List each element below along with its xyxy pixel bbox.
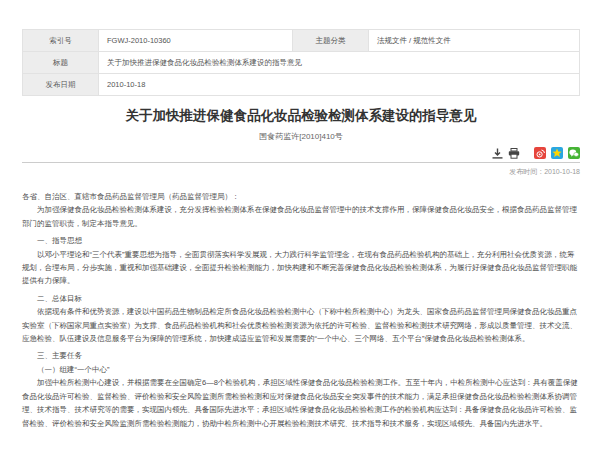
meta-value-title: 关于加快推进保健食品化妆品检验检测体系建设的指导意见 [99, 52, 580, 74]
meta-value-topic-category: 法规文件 / 规范性文件 [369, 30, 580, 52]
download-icon[interactable] [492, 148, 503, 159]
page-title: 关于加快推进保健食品化妆品检验检测体系建设的指导意见 [22, 107, 580, 124]
meta-value-publish-date: 2010-10-18 [99, 74, 580, 96]
article-paragraph: 依据现有条件和优势资源，建设以中国药品生物制品检定所食品化妆品检验检测中心（下称… [22, 305, 580, 345]
document-meta-table: 索引号 FGWJ-2010-10360 主题分类 法规文件 / 规范性文件 标题… [22, 29, 580, 96]
section-heading: 二、总体目标 [22, 292, 580, 305]
article-paragraph: 以邓小平理论和“三个代表”重要思想为指导，全面贯彻落实科学发展观，大力践行科学监… [22, 248, 580, 288]
article-paragraph: 加强中检所检测中心建设，并根据需要在全国确定6—8个检验机构，承担区域性保健食品… [22, 376, 580, 430]
meta-row-title: 标题 关于加快推进保健食品化妆品检验检测体系建设的指导意见 [23, 52, 580, 74]
section-heading: 三、主要任务 [22, 349, 580, 362]
wechat-share-icon[interactable] [568, 147, 580, 159]
print-icon[interactable] [508, 148, 520, 159]
meta-value-index-number: FGWJ-2010-10360 [99, 30, 293, 52]
article-paragraph: 各省、自治区、直辖市食品药品监督管理局（药品监督管理局）： [22, 190, 580, 203]
publish-time-label: 发布时间： [509, 168, 544, 175]
meta-label-publish-date: 发布日期 [23, 74, 99, 96]
qzone-share-icon[interactable] [551, 147, 563, 159]
share-toolbar [22, 147, 580, 163]
weibo-share-icon[interactable] [534, 147, 546, 159]
meta-label-index-number: 索引号 [23, 30, 99, 52]
meta-row-index: 索引号 FGWJ-2010-10360 主题分类 法规文件 / 规范性文件 [23, 30, 580, 52]
document-page: 索引号 FGWJ-2010-10360 主题分类 法规文件 / 规范性文件 标题… [0, 0, 600, 430]
article-paragraph: 为加强保健食品化妆品检验检测体系建设，充分发挥检验检测体系在保健食品化妆品监督管… [22, 203, 580, 230]
meta-row-publish-date: 发布日期 2010-10-18 [23, 74, 580, 96]
article-body: 各省、自治区、直辖市食品药品监督管理局（药品监督管理局）：为加强保健食品化妆品检… [22, 190, 580, 430]
meta-label-title: 标题 [23, 52, 99, 74]
publish-time: 发布时间：2010-10-18 [22, 167, 580, 177]
publish-time-value: 2010-10-18 [544, 168, 580, 175]
section-heading: （一）组建“一个中心” [22, 363, 580, 376]
section-heading: 一、指导思想 [22, 234, 580, 247]
document-number: 国食药监许[2010]410号 [22, 131, 580, 142]
meta-label-topic-category: 主题分类 [293, 30, 369, 52]
